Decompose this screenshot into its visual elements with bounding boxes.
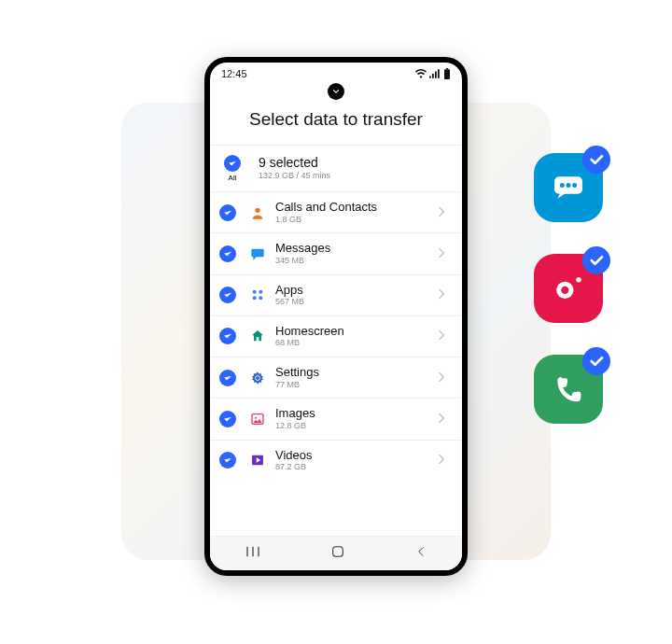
collapse-badge-icon[interactable] — [328, 83, 344, 100]
selected-subtitle: 132.9 GB / 45 mins — [259, 171, 449, 182]
svg-point-18 — [576, 277, 581, 283]
select-all-row[interactable]: All 9 selected 132.9 GB / 45 mins — [210, 145, 462, 192]
chevron-right-icon — [438, 287, 449, 303]
item-label: Videos — [275, 448, 438, 463]
videos-icon — [249, 452, 266, 469]
chevron-right-icon — [438, 411, 449, 427]
check-badge-icon — [582, 146, 610, 174]
check-badge-icon — [582, 246, 610, 274]
svg-rect-0 — [444, 69, 450, 79]
checkbox-icon[interactable] — [219, 452, 236, 469]
svg-point-7 — [256, 376, 259, 380]
status-icons — [415, 68, 451, 79]
recents-button[interactable] — [245, 545, 261, 562]
svg-point-15 — [572, 183, 577, 188]
wifi-icon — [415, 69, 427, 78]
message-icon — [249, 245, 266, 262]
chevron-right-icon — [438, 452, 449, 469]
item-label: Images — [275, 406, 438, 421]
item-size: 567 MB — [275, 297, 438, 308]
item-size: 77 MB — [275, 380, 438, 391]
list-item[interactable]: Images12.8 GB — [210, 399, 462, 440]
svg-point-14 — [567, 183, 571, 188]
float-phone-app-icon — [534, 355, 603, 424]
list-item[interactable]: Apps567 MB — [210, 275, 462, 316]
all-label: All — [229, 174, 237, 182]
status-bar: 12:45 — [210, 63, 462, 81]
list-item[interactable]: Calls and Contacts1.8 GB — [210, 192, 462, 233]
checkbox-icon[interactable] — [219, 245, 236, 262]
list-item[interactable]: Settings77 MB — [210, 357, 462, 399]
svg-point-17 — [561, 287, 568, 294]
battery-icon — [443, 68, 451, 79]
list-item[interactable]: Messages345 MB — [210, 233, 462, 274]
home-button[interactable] — [330, 544, 345, 563]
android-nav-bar — [210, 536, 462, 570]
item-size: 345 MB — [275, 256, 438, 267]
phone-screen: 12:45 Select data to transfer All — [210, 63, 462, 570]
svg-point-6 — [259, 297, 262, 301]
item-size: 1.8 GB — [275, 215, 438, 226]
svg-point-3 — [253, 290, 257, 294]
checkbox-icon[interactable] — [219, 204, 236, 221]
status-time: 12:45 — [221, 68, 247, 79]
transfer-list: All 9 selected 132.9 GB / 45 mins Calls … — [210, 145, 462, 536]
chevron-right-icon — [438, 204, 449, 221]
checkbox-icon[interactable] — [219, 328, 236, 344]
phone-frame: 12:45 Select data to transfer All — [204, 57, 468, 576]
checkbox-all[interactable] — [224, 155, 241, 172]
chevron-right-icon — [438, 370, 449, 386]
apps-icon — [249, 287, 266, 303]
svg-rect-11 — [333, 547, 343, 557]
list-item[interactable]: Homescreen68 MB — [210, 316, 462, 357]
checkbox-icon[interactable] — [219, 411, 236, 427]
item-label: Calls and Contacts — [275, 200, 438, 215]
chevron-right-icon — [438, 245, 449, 262]
chevron-right-icon — [438, 328, 449, 344]
images-icon — [249, 411, 266, 427]
svg-point-9 — [255, 417, 257, 419]
float-messages-app-icon — [534, 153, 603, 222]
item-label: Messages — [275, 241, 438, 256]
float-camera-app-icon — [534, 254, 603, 323]
check-badge-icon — [582, 347, 610, 375]
back-button[interactable] — [414, 545, 427, 562]
svg-point-5 — [253, 297, 257, 301]
page-title: Select data to transfer — [210, 109, 462, 130]
contact-icon — [249, 204, 266, 221]
signal-icon — [429, 69, 441, 78]
svg-point-13 — [560, 183, 565, 188]
checkbox-icon[interactable] — [219, 370, 236, 386]
list-item[interactable]: Videos87.2 GB — [210, 441, 462, 481]
item-size: 12.8 GB — [275, 421, 438, 432]
item-size: 87.2 GB — [275, 462, 438, 473]
selected-count: 9 selected — [259, 155, 449, 171]
checkbox-icon[interactable] — [219, 287, 236, 303]
svg-rect-1 — [446, 68, 448, 69]
svg-point-2 — [255, 207, 259, 212]
settings-icon — [249, 370, 266, 386]
item-label: Homescreen — [275, 324, 438, 339]
svg-point-4 — [259, 290, 262, 294]
item-label: Settings — [275, 365, 438, 380]
item-label: Apps — [275, 283, 438, 298]
item-size: 68 MB — [275, 338, 438, 349]
home-icon — [249, 328, 266, 344]
